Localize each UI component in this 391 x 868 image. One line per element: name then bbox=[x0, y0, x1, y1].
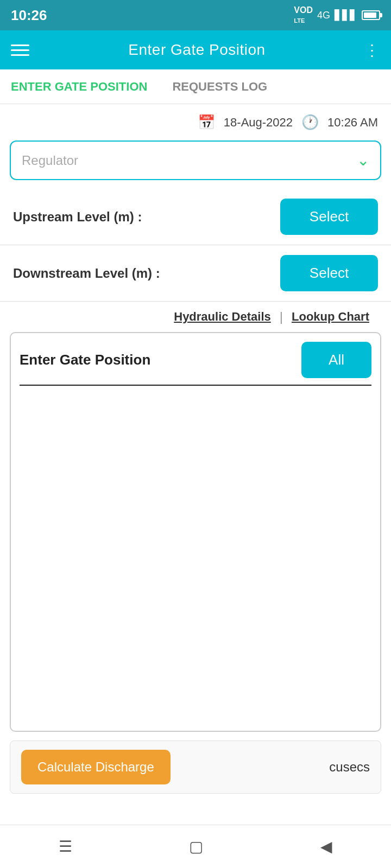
lookup-chart-link[interactable]: Lookup Chart bbox=[283, 310, 378, 324]
gate-position-card: Enter Gate Position All bbox=[10, 332, 381, 732]
signal-bars-icon: ▋▋▋ bbox=[335, 9, 357, 21]
main-content: ENTER GATE POSITION REQUESTS LOG 📅 18-Au… bbox=[0, 69, 391, 825]
more-options-icon[interactable]: ⋮ bbox=[364, 41, 380, 59]
upstream-level-label: Upstream Level (m) : bbox=[13, 209, 142, 225]
upstream-level-row: Upstream Level (m) : Select bbox=[0, 189, 391, 245]
signal-4g-icon: 4G bbox=[317, 10, 330, 21]
regulator-dropdown[interactable]: Regulator ⌄ bbox=[10, 141, 381, 180]
nav-back-icon[interactable]: ◀ bbox=[320, 838, 332, 856]
date-display: 18-Aug-2022 bbox=[224, 116, 293, 130]
all-button[interactable]: All bbox=[301, 342, 371, 378]
tab-bar: ENTER GATE POSITION REQUESTS LOG bbox=[0, 69, 391, 104]
chevron-down-icon: ⌄ bbox=[357, 151, 369, 169]
calculate-discharge-button[interactable]: Calculate Discharge bbox=[21, 750, 171, 784]
nav-home-icon[interactable]: ▢ bbox=[189, 838, 203, 856]
nav-menu-icon[interactable]: ☰ bbox=[59, 838, 72, 856]
regulator-placeholder: Regulator bbox=[22, 153, 78, 168]
downstream-level-label: Downstream Level (m) : bbox=[13, 266, 160, 281]
calculate-row: Calculate Discharge cusecs bbox=[10, 741, 381, 794]
cusecs-label: cusecs bbox=[329, 760, 370, 775]
gate-card-body bbox=[20, 386, 371, 722]
status-time: 10:26 bbox=[11, 7, 47, 24]
app-bar: Enter Gate Position ⋮ bbox=[0, 30, 391, 69]
downstream-level-row: Downstream Level (m) : Select bbox=[0, 245, 391, 302]
downstream-select-button[interactable]: Select bbox=[280, 255, 378, 291]
status-bar: 10:26 VODLTE 4G ▋▋▋ bbox=[0, 0, 391, 30]
tab-requests-log[interactable]: REQUESTS LOG bbox=[172, 80, 276, 94]
hamburger-menu-icon[interactable] bbox=[11, 44, 29, 56]
app-bar-title: Enter Gate Position bbox=[128, 41, 265, 59]
tab-enter-gate-position[interactable]: ENTER GATE POSITION bbox=[11, 80, 156, 94]
status-icons: VODLTE 4G ▋▋▋ bbox=[294, 5, 380, 25]
network-icon: VODLTE bbox=[294, 5, 313, 25]
time-display: 10:26 AM bbox=[327, 116, 378, 130]
upstream-select-button[interactable]: Select bbox=[280, 199, 378, 235]
gate-card-title: Enter Gate Position bbox=[20, 352, 150, 368]
gate-card-header: Enter Gate Position All bbox=[20, 342, 371, 386]
clock-icon: 🕐 bbox=[301, 114, 319, 131]
datetime-row: 📅 18-Aug-2022 🕐 10:26 AM bbox=[0, 104, 391, 141]
calendar-icon: 📅 bbox=[198, 114, 215, 131]
battery-icon bbox=[362, 10, 380, 20]
links-row: Hydraulic Details | Lookup Chart bbox=[0, 302, 391, 332]
hydraulic-details-link[interactable]: Hydraulic Details bbox=[165, 310, 280, 324]
bottom-nav: ☰ ▢ ◀ bbox=[0, 825, 391, 868]
